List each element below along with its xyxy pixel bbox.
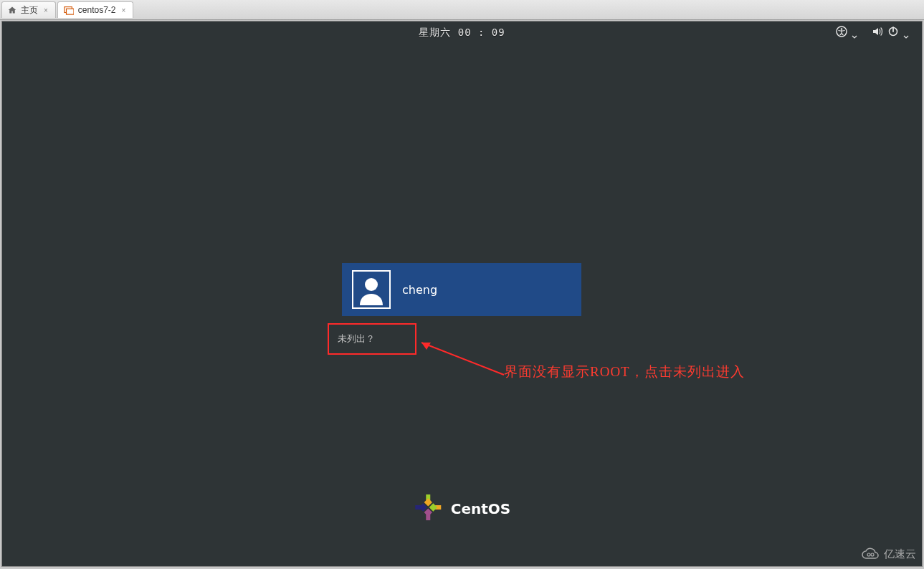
username-label: cheng bbox=[402, 283, 437, 297]
tab-home[interactable]: 主页 × bbox=[1, 1, 56, 18]
centos-branding: CentOS bbox=[414, 493, 510, 525]
watermark-text: 亿速云 bbox=[884, 548, 916, 561]
svg-rect-1 bbox=[66, 9, 74, 14]
gnome-topbar: 星期六 00 : 09 bbox=[2, 21, 922, 44]
annotation-text: 界面没有显示ROOT，点击未列出进入 bbox=[504, 363, 745, 381]
status-tray bbox=[836, 26, 909, 40]
tab-vm-label: centos7-2 bbox=[78, 5, 116, 15]
svg-line-7 bbox=[421, 343, 504, 375]
centos-logo-icon bbox=[414, 493, 442, 525]
svg-rect-16 bbox=[424, 508, 432, 516]
avatar-icon bbox=[352, 270, 391, 309]
svg-point-6 bbox=[365, 278, 378, 291]
system-menu[interactable] bbox=[872, 26, 909, 40]
not-listed-label: 未列出？ bbox=[338, 333, 375, 345]
vm-console: 星期六 00 : 09 bbox=[1, 21, 923, 567]
tab-vm[interactable]: centos7-2 × bbox=[57, 1, 134, 18]
svg-point-18 bbox=[871, 553, 874, 556]
accessibility-icon bbox=[836, 26, 847, 40]
tab-home-label: 主页 bbox=[21, 4, 38, 16]
svg-point-3 bbox=[841, 28, 843, 30]
annotation-arrow bbox=[411, 335, 511, 386]
centos-text: CentOS bbox=[451, 500, 510, 517]
tab-bar: 主页 × centos7-2 × bbox=[0, 0, 924, 20]
clock[interactable]: 星期六 00 : 09 bbox=[419, 27, 505, 39]
close-icon[interactable]: × bbox=[42, 6, 49, 14]
accessibility-menu[interactable] bbox=[836, 26, 857, 40]
chevron-down-icon bbox=[852, 30, 857, 36]
user-login-card[interactable]: cheng bbox=[342, 263, 581, 316]
close-icon[interactable]: × bbox=[120, 6, 128, 14]
not-listed-button[interactable]: 未列出？ bbox=[328, 323, 416, 355]
chevron-down-icon bbox=[903, 30, 909, 36]
svg-point-17 bbox=[867, 553, 870, 556]
svg-rect-15 bbox=[419, 503, 427, 511]
vm-icon bbox=[64, 5, 74, 15]
home-icon bbox=[8, 6, 16, 14]
sound-icon bbox=[872, 26, 883, 40]
power-icon bbox=[887, 26, 899, 40]
svg-marker-8 bbox=[421, 343, 431, 350]
svg-rect-14 bbox=[429, 503, 437, 511]
watermark: 亿速云 bbox=[861, 547, 916, 562]
svg-rect-13 bbox=[424, 498, 432, 506]
cloud-icon bbox=[861, 547, 880, 562]
